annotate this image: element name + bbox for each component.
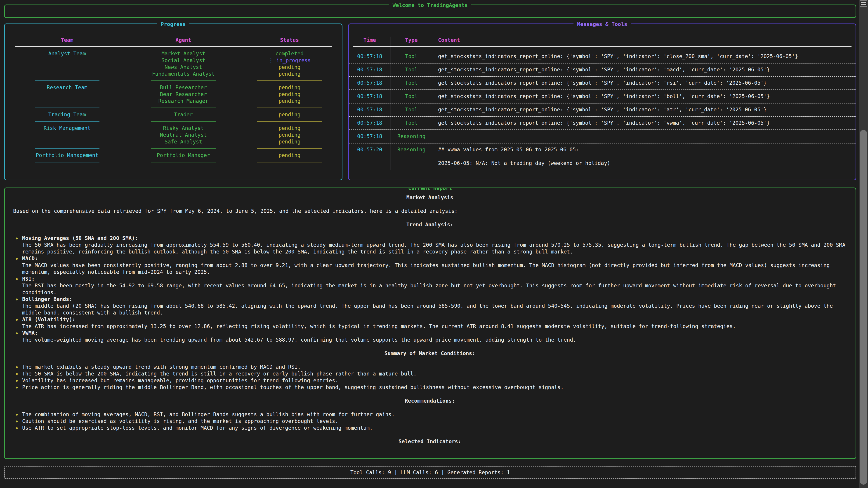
message-content: get_stockstats_indicators_report_online:… [432, 64, 856, 76]
team-cell: Risk Management [5, 125, 129, 131]
scrollbar-thumb[interactable] [860, 130, 867, 485]
bullet-icon: ● [16, 384, 18, 391]
spinner-icon: ⋮ [268, 57, 274, 63]
progress-row: Risk ManagementRisky Analystpending [5, 125, 342, 131]
status-text: pending [278, 125, 301, 131]
bullet-title: ATR (Volatility): [22, 316, 846, 323]
status-cell: pending [237, 131, 342, 138]
messages-panel-title: Messages & Tools [574, 21, 631, 28]
bullet-icon: ● [16, 316, 18, 323]
agent-cell: Bull Researcher [129, 84, 237, 91]
agent-cell: Risky Analyst [129, 125, 237, 131]
report-intro: Based on the comprehensive data retrieve… [13, 207, 846, 215]
message-type: Tool [391, 90, 432, 103]
report-body: Market Analysis Based on the comprehensi… [5, 188, 856, 445]
bullet-item: ●Moving Averages (50 SMA and 200 SMA):Th… [13, 235, 846, 255]
bullet-icon: ● [16, 235, 18, 241]
bullet-item: ●The market exhibits a steady upward tre… [13, 363, 846, 370]
agent-cell: Market Analyst [129, 50, 237, 57]
progress-panel: Progress Team Agent Status Analyst TeamM… [4, 24, 342, 180]
agent-cell: Research Manager [129, 98, 237, 104]
bullet-body: The 50 SMA is below the 200 SMA, indicat… [22, 370, 846, 377]
column-header-type: Type [391, 37, 432, 43]
progress-row: Trading TeamTraderpending [5, 111, 342, 118]
status-cell: pending [237, 98, 342, 104]
message-content: get_stockstats_indicators_report_online:… [432, 77, 856, 90]
message-type: Tool [391, 117, 432, 129]
team-cell [5, 70, 129, 77]
bullet-item: ●Use ATR to set appropriate stop-loss le… [13, 424, 846, 431]
divider-segment [5, 77, 129, 84]
column-header-team: Team [5, 37, 129, 43]
agent-cell: Portfolio Manager [129, 152, 237, 159]
message-line: get_stockstats_indicators_report_online:… [438, 53, 856, 60]
bullet-icon: ● [16, 363, 18, 370]
agent-cell: Fundamentals Analyst [129, 70, 237, 77]
report-panel-title: Current Report [405, 188, 456, 192]
report-section-heading: Trend Analysis: [13, 221, 846, 228]
divider-segment [237, 159, 342, 165]
bullet-title: Bollinger Bands: [22, 296, 846, 302]
bullet-item: ●ATR (Volatility):The ATR has increased … [13, 316, 846, 330]
progress-table-header: Team Agent Status [5, 37, 342, 43]
scrollbar-menu-button[interactable] [860, 0, 867, 6]
bullet-body: Caution should be exercised as volatilit… [22, 418, 846, 424]
progress-row: Neutral Analystpending [5, 131, 342, 138]
progress-panel-title: Progress [157, 21, 189, 28]
team-cell [5, 57, 129, 64]
status-cell: pending [237, 91, 342, 98]
bullet-icon: ● [16, 411, 18, 418]
bullet-item: ●Volatility has increased but remains ma… [13, 377, 846, 384]
bullet-body: The MACD values have been consistently p… [22, 262, 846, 275]
bullet-list: ●The combination of moving averages, MAC… [13, 411, 846, 431]
team-cell [5, 64, 129, 70]
status-text: pending [278, 111, 301, 118]
status-text: completed [276, 51, 304, 57]
tradingagents-terminal: Welcome to TradingAgents Progress Team A… [0, 0, 868, 488]
bullet-item: ●Price action is generally riding the mi… [13, 384, 846, 391]
team-cell [5, 98, 129, 104]
message-line: ## vwma values from 2025-05-06 to 2025-0… [438, 146, 856, 153]
bullet-title: Moving Averages (50 SMA and 200 SMA): [22, 235, 846, 241]
footer-stats-text: Tool Calls: 9 | LLM Calls: 6 | Generated… [350, 469, 510, 475]
status-text: pending [278, 139, 301, 144]
message-type: Reasoning [391, 130, 432, 143]
current-report-panel: Current Report Market Analysis Based on … [4, 188, 856, 459]
bullet-icon: ● [16, 377, 18, 384]
divider-segment [5, 159, 129, 165]
message-content [432, 130, 856, 143]
agent-cell: Safe Analyst [129, 138, 237, 145]
column-header-status: Status [237, 37, 342, 43]
status-cell: pending [237, 64, 342, 70]
bullet-body: Volatility has increased but remains man… [22, 377, 846, 384]
progress-row: Fundamentals Analystpending [5, 70, 342, 77]
status-cell: pending [237, 70, 342, 77]
team-cell [5, 91, 129, 98]
status-cell: pending [237, 152, 342, 159]
messages-table: Time Type Content 00:57:18Toolget_stocks… [349, 37, 856, 170]
bullet-icon: ● [16, 296, 18, 302]
progress-row: Analyst TeamMarket Analystcompleted [5, 50, 342, 57]
message-line: get_stockstats_indicators_report_online:… [438, 93, 856, 100]
progress-row: News Analystpending [5, 64, 342, 70]
bullet-body: Price action is generally riding the mid… [22, 384, 846, 391]
progress-row: Research TeamBull Researcherpending [5, 84, 342, 91]
agent-cell: Trader [129, 111, 237, 118]
status-cell: pending [237, 111, 342, 118]
divider-segment [237, 145, 342, 152]
team-cell [5, 131, 129, 138]
team-group-divider [5, 145, 342, 152]
column-header-content: Content [432, 37, 856, 43]
message-row: 00:57:20Reasoning## vwma values from 202… [349, 143, 856, 170]
report-section-heading: Selected Indicators: [13, 438, 846, 445]
column-header-agent: Agent [129, 37, 237, 43]
team-group-divider [5, 159, 342, 165]
status-cell: ⋮in_progress [237, 57, 342, 64]
message-time: 00:57:18 [349, 103, 391, 116]
message-content: get_stockstats_indicators_report_online:… [432, 50, 856, 63]
message-type: Tool [391, 103, 432, 116]
footer-stats-bar: Tool Calls: 9 | LLM Calls: 6 | Generated… [4, 466, 856, 479]
status-cell: pending [237, 138, 342, 145]
status-text: pending [278, 98, 301, 104]
message-content: get_stockstats_indicators_report_online:… [432, 90, 856, 103]
